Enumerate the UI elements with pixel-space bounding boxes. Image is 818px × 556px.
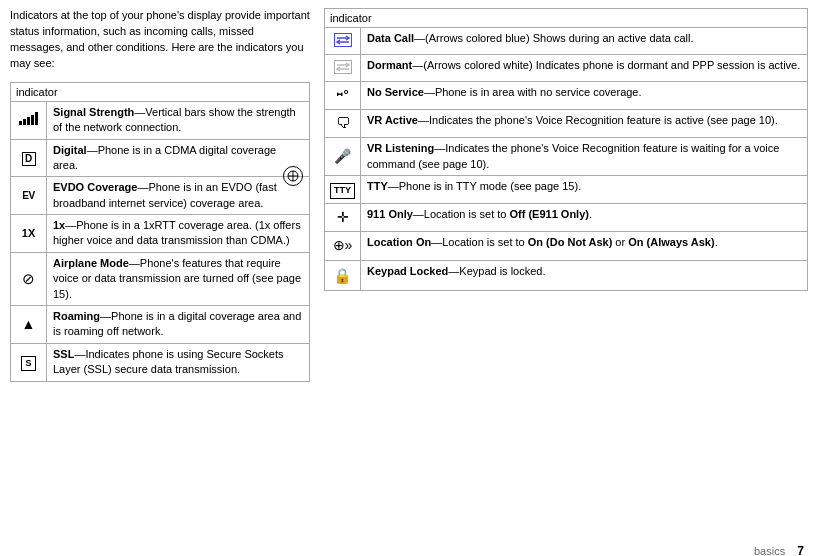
vr-listening-desc: VR Listening—Indicates the phone's Voice… xyxy=(361,138,808,176)
evdo-term: EVDO Coverage xyxy=(53,181,137,193)
location-on-bold2: On (Always Ask) xyxy=(628,236,714,248)
911-only-term: 911 Only xyxy=(367,208,413,220)
intro-text: Indicators at the top of your phone's di… xyxy=(10,8,310,72)
911-only-desc: 911 Only—Location is set to Off (E911 On… xyxy=(361,203,808,232)
signal-strength-icon-cell xyxy=(11,101,47,139)
1x-icon: 1X xyxy=(22,227,35,239)
vr-listening-term: VR Listening xyxy=(367,142,434,154)
ssl-term: SSL xyxy=(53,348,74,360)
table-row: ⊘ Airplane Mode—Phone's features that re… xyxy=(11,252,310,305)
location-on-or: or xyxy=(612,236,628,248)
dormant-desc: Dormant—(Arrows colored white) Indicates… xyxy=(361,55,808,82)
data-call-term: Data Call xyxy=(367,32,414,44)
ssl-icon-cell: S xyxy=(11,343,47,381)
roaming-desc: Roaming—Phone is in a digital coverage a… xyxy=(47,306,310,344)
evdo-side-icon xyxy=(283,166,303,186)
page-footer: basics 7 xyxy=(0,540,818,556)
airplane-icon-cell: ⊘ xyxy=(11,252,47,305)
location-on-desc: Location On—Location is set to On (Do No… xyxy=(361,232,808,261)
tty-icon: TTY xyxy=(330,183,355,199)
airplane-mode-icon: ⊘ xyxy=(22,270,35,287)
evdo-icon-cell: EV xyxy=(11,177,47,215)
911-only-text: — xyxy=(413,208,424,220)
airplane-desc: Airplane Mode—Phone's features that requ… xyxy=(47,252,310,305)
dormant-text: —(Arrows colored white) Indicates phone … xyxy=(412,59,800,71)
left-indicators-table: indicator Sig xyxy=(10,82,310,382)
footer-label: basics xyxy=(754,545,785,556)
table-row: S SSL—Indicates phone is using Secure So… xyxy=(11,343,310,381)
vr-active-desc: VR Active—Indicates the phone's Voice Re… xyxy=(361,109,808,138)
location-on-text: —Location is set to xyxy=(431,236,528,248)
keypad-locked-desc: Keypad Locked—Keypad is locked. xyxy=(361,260,808,290)
911-only-text2: is set to xyxy=(465,208,509,220)
table-row: ▲ Roaming—Phone is in a digital coverage… xyxy=(11,306,310,344)
table-row: 🔒 Keypad Locked—Keypad is locked. xyxy=(325,260,808,290)
roaming-term: Roaming xyxy=(53,310,100,322)
vr-active-term: VR Active xyxy=(367,114,418,126)
signal-strength-term: Signal Strength xyxy=(53,106,134,118)
right-table-header: indicator xyxy=(325,9,808,28)
table-row: ⊕» Location On—Location is set to On (Do… xyxy=(325,232,808,261)
table-row: Signal Strength—Vertical bars show the s… xyxy=(11,101,310,139)
digital-desc: Digital—Phone is in a CDMA digital cover… xyxy=(47,139,310,177)
1x-icon-cell: 1X xyxy=(11,215,47,253)
table-row: Dormant—(Arrows colored white) Indicates… xyxy=(325,55,808,82)
table-row: ꟷ° No Service—Phone is in area with no s… xyxy=(325,82,808,109)
tty-icon-cell: TTY xyxy=(325,175,361,203)
data-call-icon xyxy=(334,33,352,47)
911-only-location-label: Location xyxy=(424,208,466,220)
vr-listening-icon-cell: 🎤 xyxy=(325,138,361,176)
left-table-header: indicator xyxy=(11,82,310,101)
no-service-term: No Service xyxy=(367,86,424,98)
right-indicators-table: indicator xyxy=(324,8,808,291)
footer-page-number: 7 xyxy=(797,544,804,556)
vr-listening-icon: 🎤 xyxy=(334,148,351,164)
evdo-icon: EV xyxy=(15,189,42,203)
table-row: Data Call—(Arrows colored blue) Shows du… xyxy=(325,28,808,55)
table-row: 🗨 VR Active—Indicates the phone's Voice … xyxy=(325,109,808,138)
ssl-desc: SSL—Indicates phone is using Secure Sock… xyxy=(47,343,310,381)
digital-icon: D xyxy=(22,152,36,166)
location-on-icon: ⊕» xyxy=(333,237,353,253)
keypad-locked-term: Keypad Locked xyxy=(367,265,448,277)
vr-active-icon-cell: 🗨 xyxy=(325,109,361,138)
dormant-icon-cell xyxy=(325,55,361,82)
keypad-locked-icon-cell: 🔒 xyxy=(325,260,361,290)
table-row: D Digital—Phone is in a CDMA digital cov… xyxy=(11,139,310,177)
1x-term: 1x xyxy=(53,219,65,231)
roaming-icon-cell: ▲ xyxy=(11,306,47,344)
keypad-locked-icon: 🔒 xyxy=(333,267,352,284)
roaming-icon: ▲ xyxy=(22,316,36,332)
signal-strength-desc: Signal Strength—Vertical bars show the s… xyxy=(47,101,310,139)
right-column: indicator xyxy=(324,8,808,532)
no-service-icon-cell: ꟷ° xyxy=(325,82,361,109)
data-call-icon-cell xyxy=(325,28,361,55)
location-on-period: . xyxy=(715,236,718,248)
vr-active-text: —Indicates the phone's Voice Recognition… xyxy=(418,114,778,126)
tty-text: —Phone is in TTY mode (see page 15). xyxy=(388,180,581,192)
911-only-icon-cell: ✛ xyxy=(325,203,361,232)
dormant-term: Dormant xyxy=(367,59,412,71)
no-service-desc: No Service—Phone is in area with no serv… xyxy=(361,82,808,109)
left-column: Indicators at the top of your phone's di… xyxy=(10,8,310,532)
dormant-icon xyxy=(334,60,352,74)
data-call-text: —(Arrows colored blue) Shows during an a… xyxy=(414,32,693,44)
911-only-icon: ✛ xyxy=(337,209,349,225)
vr-active-icon: 🗨 xyxy=(336,115,350,131)
1x-desc: 1x—Phone is in a 1xRTT coverage area. (1… xyxy=(47,215,310,253)
tty-term: TTY xyxy=(367,180,388,192)
signal-strength-icon xyxy=(19,111,38,125)
1x-text: —Phone is in a 1xRTT coverage area. (1x … xyxy=(53,219,301,246)
table-row: ✛ 911 Only—Location is set to Off (E911 … xyxy=(325,203,808,232)
evdo-desc: EVDO Coverage—Phone is in an EVDO (fast … xyxy=(47,177,310,215)
ssl-text: —Indicates phone is using Secure Sockets… xyxy=(53,348,284,375)
keypad-locked-text: —Keypad is locked. xyxy=(448,265,545,277)
911-only-off-bold: Off (E911 Only) xyxy=(509,208,588,220)
location-on-icon-cell: ⊕» xyxy=(325,232,361,261)
table-row: TTY TTY—Phone is in TTY mode (see page 1… xyxy=(325,175,808,203)
data-call-desc: Data Call—(Arrows colored blue) Shows du… xyxy=(361,28,808,55)
table-row: 1X 1x—Phone is in a 1xRTT coverage area.… xyxy=(11,215,310,253)
digital-term: Digital xyxy=(53,144,87,156)
table-row: EV EVDO Coverage—Phone is in an EVDO (fa… xyxy=(11,177,310,215)
digital-text: —Phone is in a CDMA digital coverage are… xyxy=(53,144,276,171)
